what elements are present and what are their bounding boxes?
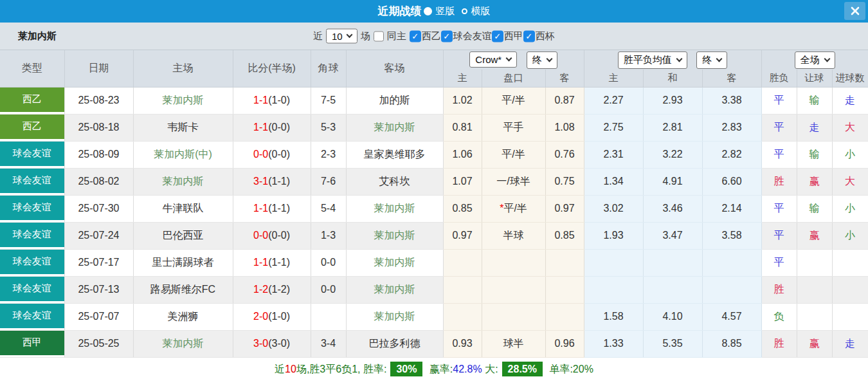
col-header-home: 主场 (133, 50, 233, 87)
corners: 7-6 (311, 168, 346, 195)
home-team: 莱加内斯 (133, 168, 233, 195)
result-handicap: 走 (797, 114, 832, 141)
summary-segment: 20% (573, 364, 593, 374)
result-handicap (797, 303, 832, 330)
vertical-layout-label[interactable]: 竖版 (436, 5, 455, 17)
table-row: 西乙 25-08-23 莱加内斯 1-1(1-0) 7-5 加的斯 1.02 平… (0, 87, 868, 114)
odds-home: 0.97 (443, 222, 482, 249)
result-goals: 小 (832, 222, 868, 249)
avg-lose-odds: 3.38 (702, 87, 761, 114)
result-handicap: 输 (797, 87, 832, 114)
result-handicap (797, 276, 832, 303)
odds-time-select[interactable]: 终 (527, 51, 557, 69)
league-checkbox[interactable]: ✓ (492, 30, 503, 42)
recent-count-select[interactable]: 10 (326, 29, 357, 44)
odds-away: 0.97 (545, 195, 584, 222)
avg-draw-odds: 3.47 (643, 222, 702, 249)
odds-away (545, 276, 584, 303)
avg-group-header: 胜平负均值 终 (584, 50, 761, 69)
avg-draw-odds: 3.22 (643, 141, 702, 168)
result-outcome: 平 (761, 249, 797, 276)
filter-controls: 近 10 场 同主 ✓西乙✓球会友谊✓西甲✓西杯 (313, 29, 555, 44)
league-type-badge: 西乙 (0, 115, 64, 139)
chevron-down-icon (506, 55, 512, 61)
close-button[interactable] (844, 2, 865, 20)
avg-lose-odds: 6.60 (702, 168, 761, 195)
avg-win-odds (584, 249, 643, 276)
same-home-label: 同主 (387, 30, 406, 42)
odds-away (545, 249, 584, 276)
sub-header-handicap: 盘口 (482, 69, 545, 87)
away-team: 加的斯 (346, 87, 443, 114)
away-team: 莱加内斯 (346, 303, 443, 330)
match-type-cell: 西乙 (0, 114, 64, 141)
home-team: 里士满踢球者 (133, 249, 233, 276)
match-type-cell: 球会友谊 (0, 141, 64, 168)
odds-away (545, 303, 584, 330)
odds-home: 1.06 (443, 141, 482, 168)
recent-results-panel: 近期战绩 竖版 横版 莱加内斯 近 10 场 同主 ✓西乙✓球会友谊✓西甲✓西杯 (0, 0, 868, 379)
same-home-checkbox[interactable] (374, 31, 384, 41)
match-type-cell: 西乙 (0, 87, 64, 114)
league-type-badge: 西乙 (0, 88, 64, 112)
odds-company-select[interactable]: Crow* (469, 51, 517, 68)
handicap: 球半 (482, 330, 545, 357)
page-title: 近期战绩 (378, 4, 422, 19)
avg-win-odds: 2.31 (584, 141, 643, 168)
match-date: 25-08-23 (64, 87, 133, 114)
match-date: 25-07-07 (64, 303, 133, 330)
league-type-badge: 球会友谊 (0, 223, 64, 247)
table-row: 球会友谊 25-07-17 里士满踢球者 1-1(1-1) 0-0 莱加内斯 平 (0, 249, 868, 276)
match-score: 1-1(1-0) (233, 87, 311, 114)
avg-lose-odds: 2.83 (702, 114, 761, 141)
result-handicap: 输 (797, 195, 832, 222)
result-goals (832, 276, 868, 303)
result-scope-select[interactable]: 全场 (795, 51, 835, 69)
result-goals: 走 (832, 330, 868, 357)
odds-away: 1.08 (545, 114, 584, 141)
vertical-layout-radio[interactable] (424, 7, 432, 15)
result-outcome: 平 (761, 87, 797, 114)
recent-label: 近 (313, 30, 323, 42)
avg-time-select[interactable]: 终 (696, 51, 727, 69)
corners: 0-0 (311, 249, 346, 276)
col-header-away: 客场 (346, 50, 443, 87)
match-score: 1-1(0-0) (233, 114, 311, 141)
away-team: 皇家奥维耶多 (346, 141, 443, 168)
match-score: 1-1(1-1) (233, 195, 311, 222)
league-checkbox[interactable]: ✓ (441, 30, 453, 42)
league-label: 西杯 (536, 30, 555, 42)
league-checkbox[interactable]: ✓ (523, 30, 535, 42)
result-goals: 走 (832, 87, 868, 114)
horizontal-layout-label[interactable]: 横版 (471, 5, 491, 17)
chevron-down-icon (676, 55, 682, 62)
odds-away: 0.85 (545, 222, 584, 249)
away-team: 莱加内斯 (346, 114, 443, 141)
horizontal-layout-radio[interactable] (462, 8, 467, 14)
result-outcome: 平 (761, 114, 797, 141)
avg-win-odds: 1.34 (584, 168, 643, 195)
sub-header-odds-away: 客 (545, 69, 584, 87)
match-type-cell: 球会友谊 (0, 303, 64, 330)
league-filter-group: ✓西乙✓球会友谊✓西甲✓西杯 (410, 30, 555, 42)
odds-home: 0.85 (443, 195, 482, 222)
summary-segment: 赢率: (426, 364, 453, 374)
corners: 1-3 (311, 222, 346, 249)
avg-lose-odds (702, 276, 761, 303)
result-handicap: 赢 (797, 222, 832, 249)
col-header-type: 类型 (0, 50, 64, 87)
handicap: 半球 (482, 222, 545, 249)
league-filter-item: ✓西甲 (492, 30, 523, 42)
odds-away: 0.87 (545, 87, 584, 114)
match-date: 25-08-09 (64, 141, 133, 168)
percentage-badge: 28.5% (502, 362, 543, 376)
match-type-cell: 球会友谊 (0, 168, 64, 195)
match-type-cell: 球会友谊 (0, 222, 64, 249)
league-type-badge: 球会友谊 (0, 196, 64, 220)
league-label: 西乙 (422, 30, 441, 42)
league-checkbox[interactable]: ✓ (410, 30, 421, 42)
avg-odds-select[interactable]: 胜平负均值 (618, 51, 687, 69)
filter-bar: 莱加内斯 近 10 场 同主 ✓西乙✓球会友谊✓西甲✓西杯 (0, 23, 868, 50)
match-date: 25-08-18 (64, 114, 133, 141)
handicap: 平手 (482, 114, 545, 141)
